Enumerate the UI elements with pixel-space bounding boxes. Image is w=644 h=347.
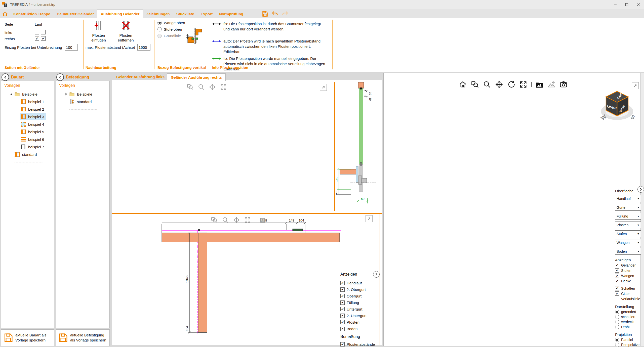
expand-elevation-button[interactable] <box>320 84 327 91</box>
tree-item-beispiel-6[interactable]: beispiel 6 <box>4 136 54 143</box>
load-background-image-icon[interactable] <box>535 80 544 89</box>
save-icon[interactable] <box>262 11 268 17</box>
collapse-bauart-button[interactable] <box>2 73 9 81</box>
tree-item-standard[interactable]: standard <box>59 98 109 105</box>
pfosten-entfernen-button[interactable]: Pfosten entfernen <box>114 20 138 42</box>
select-wangen[interactable]: Wangen▼ <box>615 239 641 246</box>
tab-gelaender-rechts[interactable]: Geländer Ausführung rechts <box>167 73 226 81</box>
plan-drawing[interactable]: 1498 148 104 1346 104 <box>112 214 341 344</box>
collapse-befestigung-button[interactable] <box>56 73 64 81</box>
expand-right-panel-button[interactable] <box>637 186 644 193</box>
links-lauf-checkbox[interactable] <box>41 30 46 34</box>
expander-collapsed-icon[interactable] <box>65 93 68 96</box>
radio-perspektive[interactable]: Perspektive <box>615 342 641 347</box>
check-verlaufslinie-3d[interactable]: Verlaufslinie <box>615 296 641 301</box>
check-wangen-3d[interactable]: Wangen <box>615 273 641 278</box>
radio-verdeckt[interactable]: verdeckt <box>615 319 641 324</box>
radio-schattiert[interactable]: schattiert <box>615 314 641 319</box>
check-obergurt[interactable]: Obergurt <box>340 293 380 299</box>
zoom-window-icon[interactable] <box>471 80 479 89</box>
save-icon <box>4 333 13 342</box>
plan-viewport[interactable]: 1498 148 104 1346 104 Anzeigen <box>112 214 382 345</box>
check-gelaender-3d[interactable]: Geländer <box>615 263 641 268</box>
fit-view-icon[interactable] <box>244 216 251 224</box>
home-view-icon[interactable] <box>459 80 467 89</box>
rechts-seite-checkbox[interactable] <box>35 36 39 41</box>
tree-item-standard[interactable]: standard <box>4 151 54 158</box>
tree-item-beispiel-5[interactable]: beispiel 5 <box>4 128 54 136</box>
tab-export[interactable]: Export <box>197 10 216 18</box>
check-schatten-3d[interactable]: Schatten <box>615 286 641 291</box>
fit-view-icon[interactable] <box>220 83 227 91</box>
select-pfosten[interactable]: Pfosten▼ <box>615 222 641 228</box>
tab-ausfuehrung-gelaender[interactable]: Ausführung Geländer <box>97 9 143 18</box>
save-bauart-button[interactable]: aktuelle Bauart als Vorlage speichern <box>1 329 54 346</box>
einzug-input[interactable] <box>65 44 78 51</box>
elevation-drawing[interactable] <box>114 81 333 212</box>
pfosten-einfuegen-button[interactable]: Pfosten einfügen <box>87 20 111 42</box>
links-seite-checkbox[interactable] <box>35 30 39 34</box>
radio-parallel[interactable]: Parallel <box>615 337 641 342</box>
check-decke-3d[interactable]: Decke <box>615 278 641 284</box>
expander-expanded-icon[interactable] <box>10 93 13 96</box>
expand-anzeigen-button[interactable] <box>373 271 380 278</box>
check-untergurt[interactable]: Untergurt <box>340 306 380 312</box>
elevation-viewport[interactable]: 10 10 120 40 50 <box>112 80 382 213</box>
zoom-window-icon[interactable] <box>211 216 218 224</box>
tab-baumuster-gelaender[interactable]: Baumuster Geländer <box>54 10 97 18</box>
select-boden[interactable]: Boden▼ <box>615 248 641 255</box>
maximize-button[interactable] <box>621 0 632 9</box>
rechts-lauf-checkbox[interactable] <box>41 36 46 41</box>
tree-item-beispiel-4[interactable]: beispiel 4 <box>4 120 54 128</box>
undo-icon[interactable] <box>272 11 278 17</box>
select-fuellung[interactable]: Füllung▼ <box>615 213 641 220</box>
zoom-icon[interactable] <box>483 80 491 89</box>
viewport-3d[interactable]: W S OBEN LINKS VORNE Oberfläche Handlauf… <box>383 73 640 346</box>
navigation-cube[interactable]: W S OBEN LINKS VORNE <box>599 87 637 125</box>
check-pfosten[interactable]: Pfosten <box>340 319 380 325</box>
tree-folder-beispiele[interactable]: Beispiele <box>59 90 109 98</box>
select-stufen[interactable]: Stufen▼ <box>615 230 641 237</box>
zoom-window-icon[interactable] <box>186 83 194 91</box>
select-handlauf[interactable]: Handlauf▼ <box>615 195 641 202</box>
pan-icon[interactable] <box>209 83 216 91</box>
tab-konstruktion-treppe[interactable]: Konstruktion Treppe <box>10 10 54 18</box>
tree-item-beispiel-2[interactable]: beispiel 2 <box>4 105 54 113</box>
check-pfostenabstaende[interactable]: Pfostenabstände <box>340 341 380 347</box>
minimize-button[interactable] <box>609 0 621 9</box>
measure-tape-icon[interactable] <box>259 216 266 224</box>
screenshot-camera-icon[interactable] <box>559 80 568 89</box>
section-drawing[interactable]: 10 10 120 40 50 <box>336 81 382 212</box>
radio-gerendert[interactable]: gerendert <box>615 309 641 314</box>
tab-gelaender-links[interactable]: Geländer Ausführung links <box>113 73 168 80</box>
tree-item-beispiel-7[interactable]: beispiel 7 <box>4 143 54 151</box>
zoom-icon[interactable] <box>222 216 229 224</box>
check-2-obergurt[interactable]: 2. Obergurt <box>340 286 380 293</box>
expand-plan-button[interactable] <box>366 215 373 222</box>
check-fuellung[interactable]: Füllung <box>340 299 380 306</box>
check-stufen-3d[interactable]: Stufen <box>615 268 641 273</box>
tree-folder-beispiele[interactable]: Beispiele <box>4 90 54 98</box>
rotate-icon[interactable] <box>507 80 515 89</box>
radio-draht[interactable]: Draht <box>615 324 641 329</box>
pan-icon[interactable] <box>495 80 503 89</box>
fit-view-icon[interactable] <box>519 80 528 89</box>
zoom-icon[interactable] <box>197 83 205 91</box>
select-gurte[interactable]: Gurte▼ <box>615 204 641 211</box>
check-2-untergurt[interactable]: 2. Untergurt <box>340 312 380 319</box>
check-handlauf[interactable]: Handlauf <box>340 280 380 286</box>
pfostenabstand-input[interactable] <box>137 44 150 51</box>
check-boden[interactable]: Boden <box>340 325 380 332</box>
radio-stufe-oben[interactable]: Stufe oben <box>157 27 182 31</box>
home-tab[interactable] <box>0 10 10 18</box>
tab-stueckliste[interactable]: Stückliste <box>173 10 197 18</box>
check-gitter-3d[interactable]: Gitter <box>615 291 641 296</box>
close-button[interactable] <box>632 0 644 9</box>
radio-wange-oben[interactable]: Wange oben <box>157 21 185 25</box>
save-befestigung-button[interactable]: aktuelle Befestigung als Vorlage speiche… <box>56 329 110 346</box>
tree-item-beispiel-1[interactable]: beispiel 1 <box>4 98 54 105</box>
tab-zeichnungen[interactable]: Zeichnungen <box>143 10 173 18</box>
pan-icon[interactable] <box>233 216 240 224</box>
tree-item-beispiel-3-selected[interactable]: beispiel 3 <box>4 113 54 120</box>
tab-normpruefung[interactable]: Normprüfung <box>216 10 247 18</box>
